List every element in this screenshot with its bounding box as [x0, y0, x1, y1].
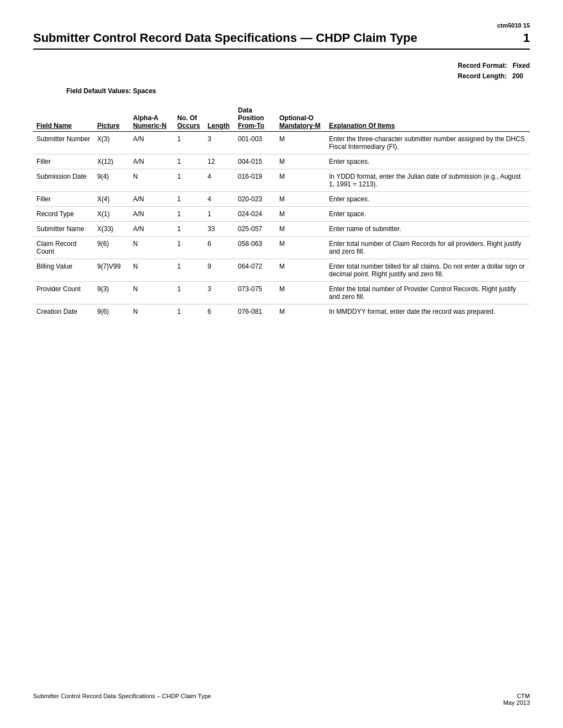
- cell-field-name: Submitter Name: [33, 222, 94, 237]
- cell-alpha: A/N: [130, 192, 174, 207]
- table-row: Submission Date 9(4) N 1 4 016-019 M In …: [33, 169, 530, 192]
- footer-right-block: CTM May 2013: [503, 693, 530, 706]
- cell-mandatory: M: [276, 282, 326, 304]
- table-row: Claim Record Count 9(6) N 1 6 058-063 M …: [33, 237, 530, 259]
- header-field-name: Field Name: [33, 105, 94, 132]
- cell-explanation: In YDDD format, enter the Julian date of…: [326, 169, 530, 192]
- cell-occurs: 1: [174, 154, 204, 169]
- page-footer: Submitter Control Record Data Specificat…: [33, 693, 530, 706]
- cell-length: 33: [204, 222, 235, 237]
- cell-picture: X(12): [94, 154, 130, 169]
- cell-position: 058-063: [235, 237, 276, 259]
- cell-length: 6: [204, 304, 235, 319]
- cell-mandatory: M: [276, 154, 326, 169]
- cell-position: 001-003: [235, 132, 276, 154]
- table-row: Provider Count 9(3) N 1 3 073-075 M Ente…: [33, 282, 530, 304]
- record-format-line: Record Format: Fixed: [458, 61, 530, 71]
- cell-explanation: Enter spaces.: [326, 154, 530, 169]
- table-header-row: Field Name Picture Alpha-A Numeric-N No.…: [33, 105, 530, 132]
- cell-alpha: A/N: [130, 154, 174, 169]
- cell-field-name: Submitter Number: [33, 132, 94, 154]
- cell-position: 064-072: [235, 259, 276, 282]
- cell-position: 004-015: [235, 154, 276, 169]
- table-row: Filler X(12) A/N 1 12 004-015 M Enter sp…: [33, 154, 530, 169]
- cell-picture: 9(6): [94, 304, 130, 319]
- table-row: Creation Date 9(6) N 1 6 076-081 M In MM…: [33, 304, 530, 319]
- cell-field-name: Claim Record Count: [33, 237, 94, 259]
- cell-explanation: Enter spaces.: [326, 192, 530, 207]
- cell-picture: X(1): [94, 207, 130, 222]
- cell-length: 6: [204, 237, 235, 259]
- cell-occurs: 1: [174, 222, 204, 237]
- header-picture: Picture: [94, 105, 130, 132]
- cell-length: 4: [204, 192, 235, 207]
- header-data-position: Data Position From-To: [235, 105, 276, 132]
- cell-field-name: Creation Date: [33, 304, 94, 319]
- cell-alpha: A/N: [130, 222, 174, 237]
- cell-mandatory: M: [276, 222, 326, 237]
- cell-picture: 9(3): [94, 282, 130, 304]
- cell-picture: 9(6): [94, 237, 130, 259]
- cell-alpha: A/N: [130, 207, 174, 222]
- cell-picture: 9(4): [94, 169, 130, 192]
- header-explanation: Explanation Of Items: [326, 105, 530, 132]
- cell-field-name: Provider Count: [33, 282, 94, 304]
- table-row: Billing Value 9(7)V99 N 1 9 064-072 M En…: [33, 259, 530, 282]
- cell-position: 073-075: [235, 282, 276, 304]
- page-title-number: 1: [523, 31, 530, 45]
- footer-right-top: CTM: [503, 693, 530, 699]
- cell-mandatory: M: [276, 237, 326, 259]
- cell-alpha: N: [130, 237, 174, 259]
- cell-explanation: In MMDDYY format, enter date the record …: [326, 304, 530, 319]
- cell-field-name: Submission Date: [33, 169, 94, 192]
- cell-field-name: Filler: [33, 154, 94, 169]
- cell-explanation: Enter space.: [326, 207, 530, 222]
- cell-position: 025-057: [235, 222, 276, 237]
- cell-alpha: N: [130, 282, 174, 304]
- table-row: Submitter Name X(33) A/N 1 33 025-057 M …: [33, 222, 530, 237]
- table-row: Submitter Number X(3) A/N 1 3 001-003 M …: [33, 132, 530, 154]
- cell-occurs: 1: [174, 237, 204, 259]
- cell-mandatory: M: [276, 132, 326, 154]
- cell-length: 3: [204, 282, 235, 304]
- cell-picture: X(33): [94, 222, 130, 237]
- cell-occurs: 1: [174, 259, 204, 282]
- cell-length: 4: [204, 169, 235, 192]
- page-title-text: Submitter Control Record Data Specificat…: [33, 31, 417, 45]
- cell-alpha: N: [130, 259, 174, 282]
- cell-mandatory: M: [276, 207, 326, 222]
- record-length-line: Record Length: 200: [458, 71, 530, 82]
- cell-picture: X(3): [94, 132, 130, 154]
- cell-occurs: 1: [174, 169, 204, 192]
- cell-occurs: 1: [174, 282, 204, 304]
- cell-explanation: Enter name of submitter.: [326, 222, 530, 237]
- record-length-value: 200: [512, 72, 523, 80]
- cell-picture: X(4): [94, 192, 130, 207]
- cell-position: 016-019: [235, 169, 276, 192]
- page-code: ctm5010 15: [33, 22, 530, 29]
- data-table: Field Name Picture Alpha-A Numeric-N No.…: [33, 105, 530, 319]
- footer-left-text: Submitter Control Record Data Specificat…: [33, 693, 211, 706]
- cell-explanation: Enter the total number of Provider Contr…: [326, 282, 530, 304]
- record-format-value: Fixed: [513, 62, 530, 69]
- cell-mandatory: M: [276, 259, 326, 282]
- cell-explanation: Enter total number billed for all claims…: [326, 259, 530, 282]
- cell-mandatory: M: [276, 304, 326, 319]
- cell-alpha: A/N: [130, 132, 174, 154]
- cell-explanation: Enter total number of Claim Records for …: [326, 237, 530, 259]
- cell-field-name: Billing Value: [33, 259, 94, 282]
- cell-explanation: Enter the three-character submitter numb…: [326, 132, 530, 154]
- cell-occurs: 1: [174, 207, 204, 222]
- cell-mandatory: M: [276, 169, 326, 192]
- cell-length: 12: [204, 154, 235, 169]
- table-row: Record Type X(1) A/N 1 1 024-024 M Enter…: [33, 207, 530, 222]
- field-defaults: Field Default Values: Spaces: [33, 87, 530, 95]
- header-alpha-numeric: Alpha-A Numeric-N: [130, 105, 174, 132]
- cell-position: 020-023: [235, 192, 276, 207]
- record-length-label: Record Length:: [458, 72, 507, 80]
- cell-occurs: 1: [174, 132, 204, 154]
- cell-length: 1: [204, 207, 235, 222]
- cell-field-name: Record Type: [33, 207, 94, 222]
- record-format-label: Record Format:: [458, 62, 507, 69]
- cell-alpha: N: [130, 169, 174, 192]
